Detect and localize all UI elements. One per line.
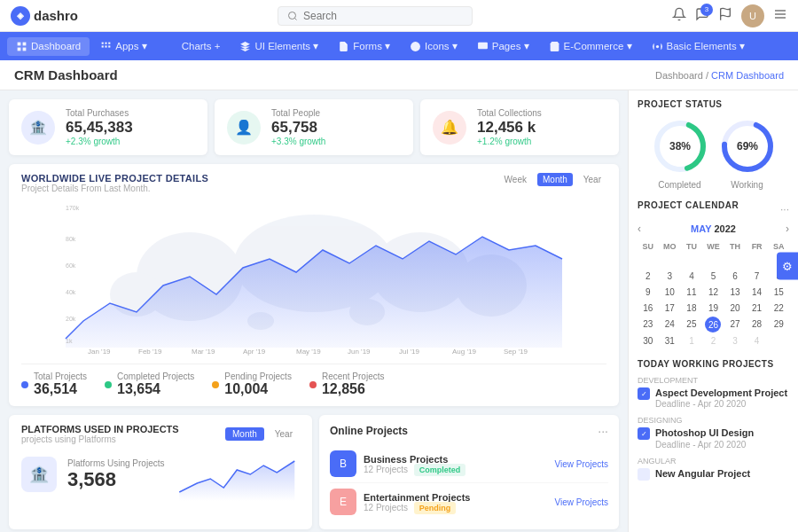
dev-checkbox[interactable]: ✓ [638, 387, 650, 400]
pages-icon [477, 41, 489, 52]
menu-item-ui[interactable]: UI Elements ▾ [231, 36, 327, 56]
svg-text:Jan '19: Jan '19 [88, 348, 111, 356]
search-bar[interactable] [278, 6, 473, 26]
svg-rect-8 [23, 47, 27, 51]
angular-checkbox[interactable] [638, 468, 650, 481]
calendar-day[interactable] [747, 253, 768, 268]
calendar-day[interactable] [681, 253, 702, 268]
menu-item-forms[interactable]: Forms ▾ [329, 36, 399, 56]
platforms-icon: 🏦 [21, 457, 57, 492]
dev-project-info: ✓ Aspect Development Project Deadline - … [638, 387, 789, 409]
svg-rect-22 [478, 42, 488, 49]
menu-item-apps[interactable]: Apps ▾ [91, 36, 155, 56]
calendar-day[interactable] [724, 253, 746, 268]
entertainment-view-btn[interactable]: View Projects [555, 497, 608, 507]
chart-tab-year[interactable]: Year [578, 173, 606, 186]
metric-dot-completed [105, 381, 112, 388]
menu-item-basic[interactable]: Basic Elements ▾ [643, 36, 754, 56]
project-status-title: PROJECT STATUS [638, 99, 789, 109]
svg-text:Feb '19: Feb '19 [138, 348, 162, 356]
calendar-day[interactable]: 19 [703, 301, 724, 316]
business-view-btn[interactable]: View Projects [555, 459, 608, 469]
calendar-day[interactable] [638, 253, 659, 268]
grid-icon [16, 41, 27, 52]
messages-btn[interactable]: 3 [695, 7, 709, 25]
project-status-section: PROJECT STATUS 38% Completed [638, 99, 789, 190]
calendar-day[interactable]: 31 [660, 333, 681, 348]
calendar-day[interactable] [660, 253, 681, 268]
cal-prev-btn[interactable]: ‹ [638, 223, 641, 235]
calendar-day[interactable]: 23 [638, 317, 659, 332]
online-projects-more-btn[interactable]: ··· [598, 424, 608, 438]
metric-label-completed: Completed Projects [117, 372, 194, 381]
calendar-day[interactable]: 12 [703, 285, 724, 300]
platforms-mini-chart [175, 448, 300, 501]
calendar-day[interactable]: 22 [768, 301, 789, 316]
metric-dot-total [21, 381, 28, 388]
platforms-value-label: Platforms Using Projects [67, 458, 164, 468]
calendar-day[interactable]: 18 [681, 301, 702, 316]
menu-label-pages: Pages ▾ [492, 40, 529, 52]
calendar-month: MAY [691, 223, 711, 234]
project-item-business: B Business Projects 12 Projects Complete… [330, 445, 608, 483]
calendar-day[interactable] [703, 253, 724, 268]
menu-hamburger-btn[interactable] [773, 7, 787, 25]
calendar-day[interactable]: 30 [638, 333, 659, 348]
calendar-day[interactable]: 10 [660, 285, 681, 300]
calendar-day[interactable]: 25 [681, 317, 702, 332]
cal-header-sa: SA [768, 240, 789, 253]
nav-icons: 3 U [672, 4, 787, 27]
user-icon-btn[interactable] [718, 7, 732, 25]
chart-tab-month[interactable]: Month [537, 173, 573, 186]
calendar-day[interactable]: 4 [681, 269, 702, 284]
platforms-value: 3,568 [67, 468, 164, 491]
calendar-day[interactable]: 3 [660, 269, 681, 284]
stat-info-collections: Total Collections 12,456 k +1.2% growth [477, 108, 542, 146]
calendar-day[interactable]: 13 [724, 285, 746, 300]
svg-text:69%: 69% [736, 140, 757, 153]
calendar-day[interactable]: 6 [724, 269, 746, 284]
menu-label-ecommerce: E-Commerce ▾ [564, 40, 632, 52]
chart-tab-week[interactable]: Week [499, 173, 532, 186]
calendar-day[interactable]: 16 [638, 301, 659, 316]
calendar-day[interactable]: 24 [660, 317, 681, 332]
entertainment-project-icon: E [330, 489, 356, 515]
calendar-day[interactable]: 11 [681, 285, 702, 300]
calendar-day[interactable]: 3 [724, 333, 746, 348]
calendar-day[interactable]: 29 [768, 317, 789, 332]
cal-next-btn[interactable]: › [786, 223, 789, 235]
search-input[interactable] [303, 10, 463, 22]
calendar-day[interactable]: 26 [705, 317, 721, 332]
platforms-tab-year[interactable]: Year [268, 427, 300, 441]
calendar-day[interactable]: 17 [660, 301, 681, 316]
notification-bell-btn[interactable] [672, 7, 686, 25]
calendar-day[interactable]: 5 [703, 269, 724, 284]
calendar-day[interactable]: 27 [724, 317, 746, 332]
svg-rect-13 [106, 45, 107, 47]
menu-item-dashboard[interactable]: Dashboard [7, 37, 90, 56]
gear-button[interactable]: ⚙ [777, 253, 798, 280]
menu-item-charts[interactable]: Charts + [158, 37, 230, 56]
calendar-day[interactable]: 4 [747, 333, 768, 348]
calendar-day[interactable]: 21 [747, 301, 768, 316]
menu-label-dashboard: Dashboard [31, 41, 81, 51]
calendar-day[interactable]: 20 [724, 301, 746, 316]
calendar-day[interactable]: 2 [703, 333, 724, 348]
calendar-day[interactable]: 9 [638, 285, 659, 300]
calendar-more-btn[interactable]: ··· [780, 203, 789, 215]
platforms-tab-month[interactable]: Month [225, 427, 264, 441]
calendar-day[interactable]: 2 [638, 269, 659, 284]
calendar-day[interactable]: 28 [747, 317, 768, 332]
menu-item-ecommerce[interactable]: E-Commerce ▾ [540, 36, 641, 56]
design-checkbox[interactable]: ✓ [638, 427, 650, 440]
calendar-day[interactable]: 1 [681, 333, 702, 348]
avatar[interactable]: U [741, 4, 764, 27]
calendar-day[interactable]: 14 [747, 285, 768, 300]
calendar-day[interactable]: 15 [768, 285, 789, 300]
menu-item-icons[interactable]: Icons ▾ [401, 36, 466, 56]
calendar-day[interactable] [768, 333, 789, 348]
calendar-day[interactable]: 7 [747, 269, 768, 284]
bell-icon [672, 7, 686, 21]
menu-item-pages[interactable]: Pages ▾ [468, 36, 538, 56]
metric-info-pending: Pending Projects 10,004 [224, 372, 292, 397]
